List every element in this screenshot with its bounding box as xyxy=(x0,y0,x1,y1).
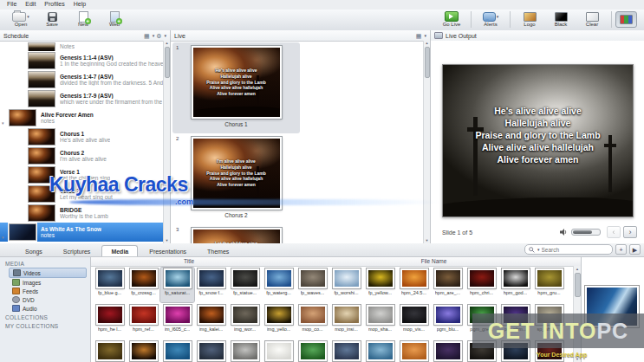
schedule-item[interactable]: Genesis 1:1-4 (ASV) 1 In the beginning G… xyxy=(0,51,164,70)
chevron-down-icon[interactable]: ▾ xyxy=(537,247,540,252)
resource-tab[interactable]: Scriptures xyxy=(54,245,101,256)
media-item[interactable]: hpm_gru... xyxy=(532,268,566,302)
media-item[interactable]: mop_vis... xyxy=(397,304,431,339)
live-scrollbar[interactable]: ▲ ▼ xyxy=(423,41,430,243)
resource-tab[interactable]: Themes xyxy=(198,245,238,256)
save-button[interactable]: Save xyxy=(36,10,68,27)
search-box[interactable]: ▾ xyxy=(524,244,613,255)
view-mode-icon[interactable]: ▦ xyxy=(416,33,422,39)
media-item[interactable] xyxy=(363,340,397,362)
media-item[interactable]: hpm_god... xyxy=(498,268,532,302)
media-item[interactable] xyxy=(93,340,127,362)
media-item[interactable]: fp_snow f... xyxy=(194,268,228,302)
media-item[interactable] xyxy=(262,340,296,362)
column-title[interactable]: Title xyxy=(91,258,287,264)
collections-header[interactable]: COLLECTIONS xyxy=(0,313,90,321)
scroll-up-icon[interactable]: ▲ xyxy=(424,41,430,46)
schedule-item[interactable]: Notes xyxy=(0,41,164,51)
web-button[interactable]: Web xyxy=(99,10,130,27)
media-sidebar-item[interactable]: Images xyxy=(0,278,90,287)
media-item[interactable]: hpm_chri... xyxy=(465,268,498,302)
media-item[interactable] xyxy=(329,340,363,362)
resource-tab[interactable]: Presentations xyxy=(140,245,196,256)
media-item[interactable] xyxy=(431,340,465,362)
media-item-label: fp_crossg... xyxy=(131,290,155,295)
chevron-down-icon[interactable]: ▾ xyxy=(424,33,426,38)
volume-slider[interactable] xyxy=(571,229,601,236)
open-button[interactable]: ▾ Open xyxy=(5,10,36,27)
media-sidebar-item[interactable]: Feeds xyxy=(0,287,90,295)
media-item[interactable]: im_l605_c... xyxy=(160,304,194,339)
schedule-item[interactable]: Genesis 1:4-7 (ASV) divided the light fr… xyxy=(0,70,164,89)
schedule-scrollbar[interactable]: ▲ ▼ xyxy=(163,41,170,243)
next-slide-button[interactable]: › xyxy=(623,226,637,238)
live-slide[interactable]: 3 Let the children sing A song of libera… xyxy=(172,224,300,243)
go-live-button[interactable]: Go Live xyxy=(436,10,467,27)
schedule-item-thumbnail xyxy=(9,109,36,126)
scroll-up-icon[interactable]: ▲ xyxy=(164,41,170,46)
media-sidebar-item[interactable]: Audio xyxy=(0,304,90,313)
media-item[interactable]: mop_sha... xyxy=(363,304,397,339)
add-media-button[interactable]: + xyxy=(615,244,627,255)
media-item[interactable] xyxy=(228,340,262,362)
alerts-button[interactable]: ▾ Alerts xyxy=(475,10,506,27)
schedule-item[interactable]: Chorus 1 He's alive alive alive xyxy=(0,127,164,146)
media-sidebar-item[interactable]: Videos xyxy=(9,268,87,278)
gear-icon[interactable]: ⚙ xyxy=(156,33,161,39)
output-monitor-toggle[interactable] xyxy=(615,11,637,28)
media-item[interactable]: mop_co... xyxy=(296,304,329,339)
media-item[interactable]: img_yello... xyxy=(262,304,296,339)
media-item[interactable]: hpm_24.5... xyxy=(397,268,431,302)
live-slide[interactable]: 1 He's alive alive alive Hallelujah aliv… xyxy=(172,42,300,133)
search-input[interactable] xyxy=(542,247,601,253)
clear-button[interactable]: Clear xyxy=(576,10,608,27)
previous-slide-button[interactable]: ‹ xyxy=(607,226,621,238)
media-item[interactable]: fp_blue g... xyxy=(93,268,127,302)
new-button[interactable]: New xyxy=(68,10,99,27)
media-item[interactable]: fp_crossg... xyxy=(127,268,160,302)
resource-tab[interactable]: Media xyxy=(101,245,138,256)
media-item[interactable] xyxy=(296,340,329,362)
schedule-item[interactable]: BRIDGE Worthy is the Lamb xyxy=(0,204,164,223)
black-button[interactable]: Black xyxy=(545,10,576,27)
media-sidebar-item[interactable]: DVD xyxy=(0,295,90,304)
scrollbar-thumb[interactable] xyxy=(165,47,170,78)
media-item[interactable]: img_kalei... xyxy=(194,304,228,339)
media-item[interactable]: fp_waves... xyxy=(296,268,329,302)
media-item[interactable]: fp_waterg... xyxy=(262,268,296,302)
schedule-item[interactable]: Genesis 1:7-9 (ASV) which were under the… xyxy=(0,89,164,108)
live-slide[interactable]: 2 I'm alive alive alive Hallelujah alive… xyxy=(172,133,300,224)
media-item[interactable]: hpm_are_... xyxy=(431,268,465,302)
my-collections-header[interactable]: MY COLLECTIONS xyxy=(0,321,90,330)
media-item[interactable]: fp_worshi... xyxy=(329,268,363,302)
scrollbar-thumb[interactable] xyxy=(575,273,581,297)
media-item[interactable]: hpm_he l... xyxy=(93,304,127,339)
scrollbar-thumb[interactable] xyxy=(425,47,430,78)
media-item[interactable] xyxy=(397,340,431,362)
media-item-label: hpm_ref... xyxy=(133,326,154,332)
media-thumbnail xyxy=(502,268,530,288)
media-item[interactable] xyxy=(160,340,194,362)
schedule-item[interactable]: Alive Forever Amen notes xyxy=(0,108,164,127)
logo-button[interactable]: Logo xyxy=(514,10,545,27)
media-item[interactable]: fp_saturat... xyxy=(160,268,194,302)
chevron-down-icon[interactable]: ▾ xyxy=(153,33,155,38)
play-media-button[interactable]: ▶ xyxy=(629,244,641,255)
media-item[interactable] xyxy=(127,340,160,362)
media-item[interactable]: mop_insi... xyxy=(329,304,363,339)
media-item[interactable]: hpm_ref... xyxy=(127,304,160,339)
media-item[interactable]: fp_yellow... xyxy=(363,268,397,302)
schedule-item[interactable]: Chorus 2 I'm alive alive alive xyxy=(0,146,164,165)
media-item[interactable]: fp_statue... xyxy=(228,268,262,302)
schedule-item[interactable]: As White As The Snow notes xyxy=(0,223,164,242)
new-schedule-icon xyxy=(79,11,88,23)
chevron-down-icon[interactable]: ▾ xyxy=(164,33,166,38)
media-item[interactable] xyxy=(194,340,228,362)
media-item[interactable]: pgm_blu... xyxy=(431,304,465,339)
scroll-up-icon[interactable]: ▲ xyxy=(574,266,581,272)
resource-tab[interactable]: Songs xyxy=(16,245,52,256)
view-mode-icon[interactable]: ▦ xyxy=(144,33,150,39)
column-file-name[interactable]: File Name xyxy=(287,258,581,264)
volume-icon[interactable] xyxy=(560,229,568,236)
media-item[interactable]: img_wor... xyxy=(228,304,262,339)
